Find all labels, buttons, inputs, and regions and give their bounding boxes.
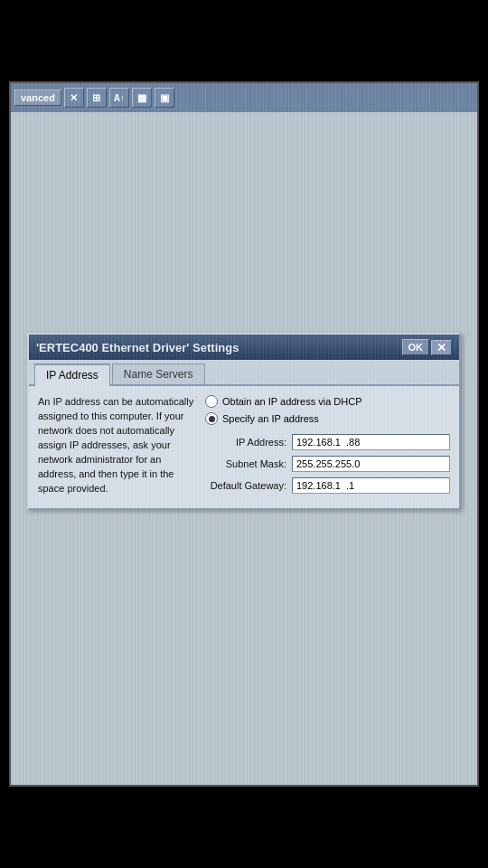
tab-ip-address[interactable]: IP Address	[34, 363, 110, 386]
right-panel: Obtain an IP address via DHCP Specify an…	[205, 395, 450, 499]
ip-address-input[interactable]	[292, 434, 450, 450]
close-button[interactable]: ✕	[431, 340, 452, 355]
radio-dhcp[interactable]: Obtain an IP address via DHCP	[205, 395, 450, 408]
dialog: 'ERTEC400 Ethernet Driver' Settings OK ✕…	[27, 333, 461, 510]
radio-dhcp-input[interactable]	[205, 395, 218, 408]
description-text: An IP address can be automatically assig…	[38, 395, 196, 496]
gateway-input[interactable]	[292, 477, 450, 494]
ip-address-row: IP Address:	[205, 434, 450, 450]
titlebar-buttons: OK ✕	[402, 339, 453, 355]
subnet-mask-input[interactable]	[292, 456, 450, 472]
taskbar-icon-close[interactable]: ✕	[64, 88, 84, 108]
radio-group: Obtain an IP address via DHCP Specify an…	[205, 395, 450, 425]
ip-address-label: IP Address:	[205, 437, 286, 448]
dialog-content: An IP address can be automatically assig…	[29, 386, 459, 508]
gateway-label: Default Gateway:	[205, 480, 286, 491]
taskbar: vanced ✕ ⊞ A↑ ▦ ▣	[11, 83, 477, 112]
radio-specify-label: Specify an IP address	[222, 413, 319, 424]
tabs-container: IP Address Name Servers	[29, 360, 459, 386]
gateway-row: Default Gateway:	[205, 477, 450, 494]
taskbar-icon-window[interactable]: ⊞	[87, 88, 107, 108]
subnet-mask-label: Subnet Mask:	[205, 458, 286, 469]
ok-button[interactable]: OK	[402, 339, 430, 355]
tab-name-servers[interactable]: Name Servers	[112, 363, 205, 384]
dialog-titlebar: 'ERTEC400 Ethernet Driver' Settings OK ✕	[29, 335, 459, 360]
radio-specify[interactable]: Specify an IP address	[205, 412, 450, 425]
screen: vanced ✕ ⊞ A↑ ▦ ▣ 'ERTEC400 Ethernet Dri…	[9, 81, 479, 787]
taskbar-icon-grid[interactable]: ▦	[132, 88, 152, 108]
taskbar-item[interactable]: vanced	[14, 90, 61, 106]
content-area: 'ERTEC400 Ethernet Driver' Settings OK ✕…	[11, 112, 477, 785]
left-panel: An IP address can be automatically assig…	[38, 395, 196, 499]
subnet-mask-row: Subnet Mask:	[205, 456, 450, 472]
taskbar-icon-a[interactable]: A↑	[109, 88, 129, 108]
radio-specify-input[interactable]	[205, 412, 218, 425]
taskbar-icon-square[interactable]: ▣	[155, 88, 174, 108]
radio-dhcp-label: Obtain an IP address via DHCP	[222, 396, 361, 407]
dialog-title: 'ERTEC400 Ethernet Driver' Settings	[36, 341, 239, 354]
